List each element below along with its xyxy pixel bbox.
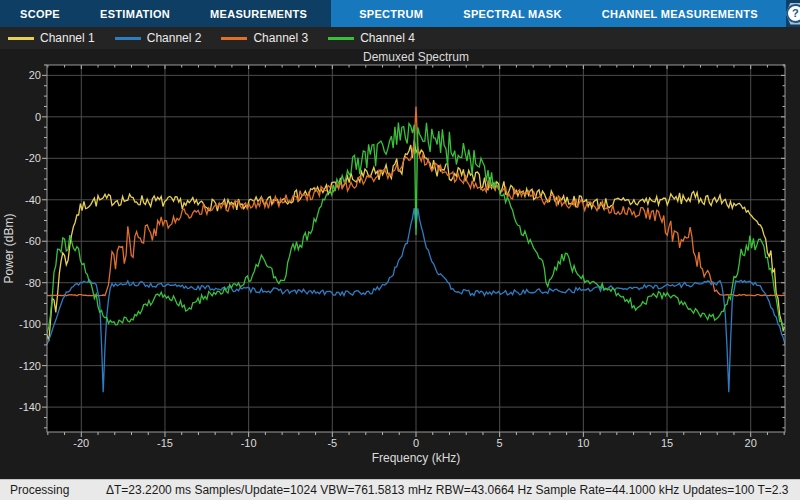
x-tick-label: 5	[497, 437, 503, 449]
toolbar-context-group: SPECTRUM SPECTRAL MASK CHANNEL MEASUREME…	[331, 0, 786, 27]
figure-area[interactable]: Demuxed Spectrum-20-15-10-505101520200-2…	[0, 49, 800, 479]
legend-swatch-channel-3	[221, 37, 247, 40]
x-axis-label: Frequency (kHz)	[372, 451, 461, 465]
tab-spectrum[interactable]: SPECTRUM	[339, 0, 443, 27]
question-icon: ?	[786, 4, 800, 23]
tab-scope[interactable]: SCOPE	[0, 0, 80, 27]
legend-swatch-channel-2	[115, 37, 141, 40]
x-tick-label: -10	[241, 437, 257, 449]
status-state: Processing	[10, 483, 106, 497]
x-tick-label: 10	[577, 437, 589, 449]
spectrum-analyzer-window: SCOPE ESTIMATION MEASUREMENTS SPECTRUM S…	[0, 0, 800, 500]
x-tick-label: -5	[327, 437, 337, 449]
y-tick-label: 0	[35, 111, 41, 123]
y-tick-label: 20	[29, 69, 41, 81]
legend-swatch-channel-4	[328, 37, 354, 40]
y-tick-label: -140	[19, 401, 41, 413]
y-tick-label: -40	[25, 194, 41, 206]
tab-measurements[interactable]: MEASUREMENTS	[190, 0, 327, 27]
legend-item-channel-3[interactable]: Channel 3	[221, 31, 308, 45]
y-axis-label: Power (dBm)	[2, 213, 16, 283]
legend-swatch-channel-1	[8, 37, 34, 40]
x-tick-label: 0	[413, 437, 419, 449]
legend-label-channel-4: Channel 4	[360, 31, 415, 45]
x-tick-label: -20	[73, 437, 89, 449]
help-button[interactable]: ?	[786, 3, 800, 25]
legend-strip: Channel 1 Channel 2 Channel 3 Channel 4	[0, 27, 800, 49]
status-stats: ΔT=23.2200 ms Samples/Update=1024 VBW=76…	[106, 483, 789, 497]
legend-label-channel-1: Channel 1	[40, 31, 95, 45]
x-tick-label: 15	[661, 437, 673, 449]
legend-label-channel-3: Channel 3	[253, 31, 308, 45]
x-tick-label: 20	[745, 437, 757, 449]
x-tick-label: -15	[157, 437, 173, 449]
y-tick-label: -120	[19, 360, 41, 372]
tab-channel-measurements[interactable]: CHANNEL MEASUREMENTS	[582, 0, 778, 27]
tab-spectral-mask[interactable]: SPECTRAL MASK	[443, 0, 581, 27]
y-tick-label: -60	[25, 235, 41, 247]
spectrum-plot-svg: Demuxed Spectrum-20-15-10-505101520200-2…	[0, 49, 800, 479]
y-tick-label: -80	[25, 277, 41, 289]
plot-title: Demuxed Spectrum	[363, 50, 469, 64]
legend-label-channel-2: Channel 2	[147, 31, 202, 45]
legend-item-channel-2[interactable]: Channel 2	[115, 31, 202, 45]
tab-estimation[interactable]: ESTIMATION	[80, 0, 190, 27]
toolbar: SCOPE ESTIMATION MEASUREMENTS SPECTRUM S…	[0, 0, 800, 27]
legend-item-channel-4[interactable]: Channel 4	[328, 31, 415, 45]
y-tick-label: -20	[25, 152, 41, 164]
status-bar: Processing ΔT=23.2200 ms Samples/Update=…	[0, 479, 800, 500]
y-tick-label: -100	[19, 318, 41, 330]
legend-item-channel-1[interactable]: Channel 1	[8, 31, 95, 45]
